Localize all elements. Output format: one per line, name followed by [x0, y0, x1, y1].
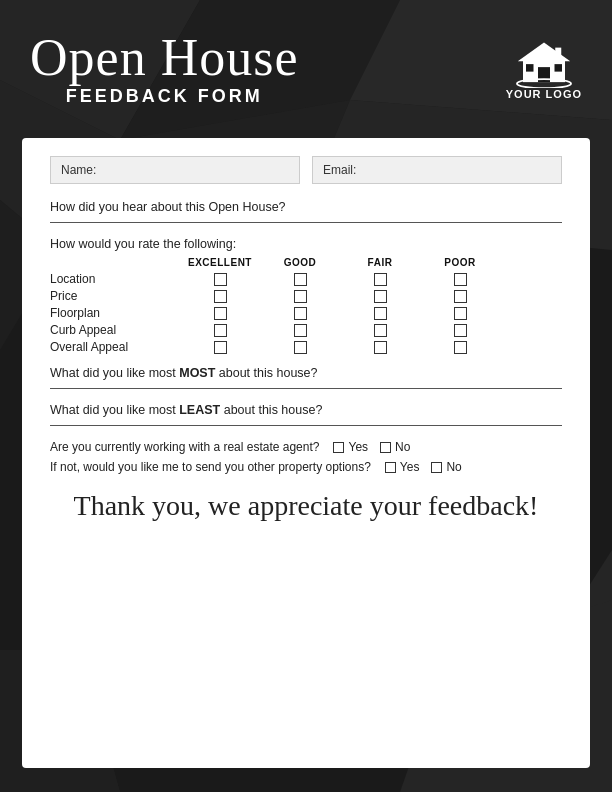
name-field-group: Name: — [50, 156, 300, 184]
q4-text: What did you like most LEAST about this … — [50, 403, 562, 417]
header: Open House FEEDBACK FORM YOUR LOGO — [0, 0, 612, 130]
rating-row-curb: Curb Appeal — [50, 323, 562, 337]
svg-rect-17 — [555, 48, 561, 60]
rating-row-overall: Overall Appeal — [50, 340, 562, 354]
q6-no-label[interactable]: No — [431, 460, 461, 474]
q6-no-checkbox[interactable] — [431, 462, 442, 473]
curb-excellent-checkbox[interactable] — [214, 324, 227, 337]
q5-no-text: No — [395, 440, 410, 454]
q3-text: What did you like most MOST about this h… — [50, 366, 562, 380]
floorplan-good-checkbox[interactable] — [294, 307, 307, 320]
name-label: Name: — [61, 163, 99, 177]
svg-marker-12 — [518, 42, 571, 61]
curb-poor-cell — [420, 324, 500, 337]
row-label-price: Price — [50, 289, 180, 303]
name-input[interactable] — [99, 163, 289, 177]
location-poor-cell — [420, 273, 500, 286]
overall-fair-checkbox[interactable] — [374, 341, 387, 354]
price-excellent-cell — [180, 290, 260, 303]
q4-divider — [50, 425, 562, 426]
floorplan-poor-cell — [420, 307, 500, 320]
q5-no-label[interactable]: No — [380, 440, 410, 454]
curb-good-checkbox[interactable] — [294, 324, 307, 337]
floorplan-fair-checkbox[interactable] — [374, 307, 387, 320]
rating-header-row: EXCELLENT GOOD FAIR POOR — [50, 257, 562, 268]
q5-row: Are you currently working with a real es… — [50, 440, 562, 454]
price-poor-checkbox[interactable] — [454, 290, 467, 303]
header-text: Open House FEEDBACK FORM — [30, 32, 299, 107]
q3-suffix: about this house? — [215, 366, 317, 380]
email-label: Email: — [323, 163, 361, 177]
overall-good-checkbox[interactable] — [294, 341, 307, 354]
overall-excellent-checkbox[interactable] — [214, 341, 227, 354]
row-label-location: Location — [50, 272, 180, 286]
q5-yes-label[interactable]: Yes — [333, 440, 368, 454]
overall-poor-checkbox[interactable] — [454, 341, 467, 354]
thank-you-text: Thank you, we appreciate your feedback! — [50, 488, 562, 524]
email-input[interactable] — [361, 163, 551, 177]
q6-yes-text: Yes — [400, 460, 420, 474]
col-excellent: EXCELLENT — [180, 257, 260, 268]
logo-icon — [514, 38, 574, 88]
price-poor-cell — [420, 290, 500, 303]
overall-fair-cell — [340, 341, 420, 354]
rating-section: How would you rate the following: EXCELL… — [50, 237, 562, 354]
overall-poor-cell — [420, 341, 500, 354]
q6-yes-label[interactable]: Yes — [385, 460, 420, 474]
q3-bold: MOST — [179, 366, 215, 380]
header-title: Open House — [30, 32, 299, 84]
curb-good-cell — [260, 324, 340, 337]
q3-divider — [50, 388, 562, 389]
q4-section: What did you like most LEAST about this … — [50, 403, 562, 426]
q1-text: How did you hear about this Open House? — [50, 200, 562, 214]
q5-text: Are you currently working with a real es… — [50, 440, 319, 454]
price-good-cell — [260, 290, 340, 303]
q6-yes-checkbox[interactable] — [385, 462, 396, 473]
rating-row-location: Location — [50, 272, 562, 286]
floorplan-poor-checkbox[interactable] — [454, 307, 467, 320]
floorplan-good-cell — [260, 307, 340, 320]
curb-excellent-cell — [180, 324, 260, 337]
price-good-checkbox[interactable] — [294, 290, 307, 303]
overall-excellent-cell — [180, 341, 260, 354]
q6-no-text: No — [446, 460, 461, 474]
svg-rect-15 — [526, 64, 534, 72]
floorplan-excellent-checkbox[interactable] — [214, 307, 227, 320]
location-good-cell — [260, 273, 340, 286]
q2-text: How would you rate the following: — [50, 237, 562, 251]
floorplan-excellent-cell — [180, 307, 260, 320]
curb-poor-checkbox[interactable] — [454, 324, 467, 337]
logo-area: YOUR LOGO — [506, 38, 582, 100]
price-fair-checkbox[interactable] — [374, 290, 387, 303]
col-poor: POOR — [420, 257, 500, 268]
row-label-floorplan: Floorplan — [50, 306, 180, 320]
location-excellent-cell — [180, 273, 260, 286]
row-label-curb: Curb Appeal — [50, 323, 180, 337]
location-excellent-checkbox[interactable] — [214, 273, 227, 286]
price-excellent-checkbox[interactable] — [214, 290, 227, 303]
curb-fair-cell — [340, 324, 420, 337]
header-subtitle: FEEDBACK FORM — [30, 86, 299, 107]
location-fair-checkbox[interactable] — [374, 273, 387, 286]
q1-section: How did you hear about this Open House? — [50, 200, 562, 223]
rating-row-price: Price — [50, 289, 562, 303]
location-poor-checkbox[interactable] — [454, 273, 467, 286]
floorplan-fair-cell — [340, 307, 420, 320]
col-fair: FAIR — [340, 257, 420, 268]
curb-fair-checkbox[interactable] — [374, 324, 387, 337]
q3-section: What did you like most MOST about this h… — [50, 366, 562, 389]
price-fair-cell — [340, 290, 420, 303]
rating-row-floorplan: Floorplan — [50, 306, 562, 320]
q1-divider — [50, 222, 562, 223]
location-fair-cell — [340, 273, 420, 286]
svg-rect-16 — [554, 64, 562, 72]
q6-row: If not, would you like me to send you ot… — [50, 460, 562, 474]
q5-yes-checkbox[interactable] — [333, 442, 344, 453]
location-good-checkbox[interactable] — [294, 273, 307, 286]
q5-yes-text: Yes — [348, 440, 368, 454]
q4-suffix: about this house? — [220, 403, 322, 417]
q5-no-checkbox[interactable] — [380, 442, 391, 453]
q6-text: If not, would you like me to send you ot… — [50, 460, 371, 474]
q4-bold: LEAST — [179, 403, 220, 417]
col-good: GOOD — [260, 257, 340, 268]
